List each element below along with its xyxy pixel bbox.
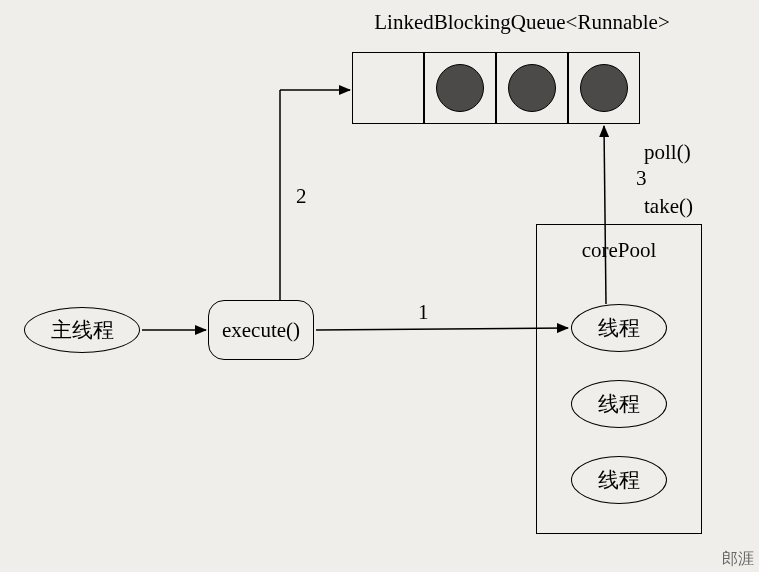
arrow-worker-to-queue <box>604 126 606 304</box>
diagram-connectors <box>0 0 759 572</box>
arrow-execute-to-worker <box>316 328 568 330</box>
